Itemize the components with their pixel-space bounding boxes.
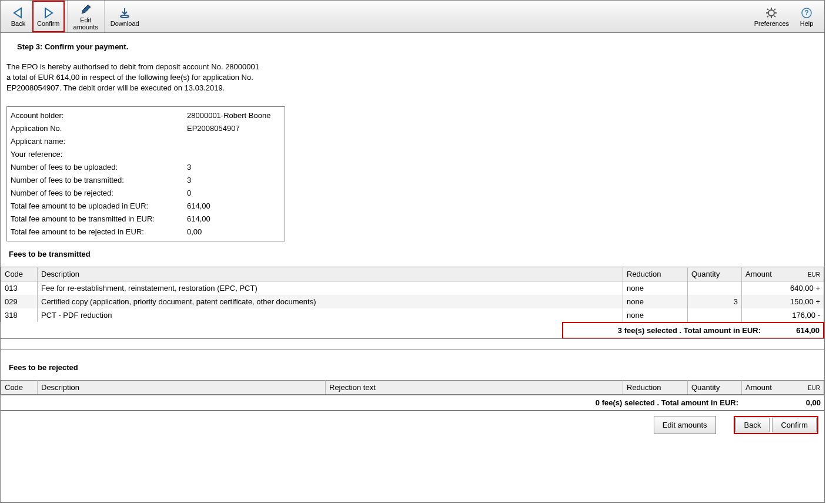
cell-desc: Certified copy (application, priority do… <box>38 295 623 308</box>
detail-value: 3 <box>187 161 191 174</box>
transmit-total-label: 3 fee(s) selected . Total amount in EUR: <box>567 326 773 335</box>
edit-amounts-footer-button[interactable]: Edit amounts <box>654 416 716 434</box>
svg-line-11 <box>767 16 768 17</box>
svg-line-8 <box>767 9 768 10</box>
preferences-button[interactable]: Preferences <box>751 1 792 32</box>
reject-title: Fees to be rejected <box>9 363 818 372</box>
table-header-row: Code Description Reduction Quantity Amou… <box>1 267 824 281</box>
step-title: Step 3: Confirm your payment. <box>17 42 818 51</box>
download-button[interactable]: Download <box>107 1 143 32</box>
cell-amount: 640,00 + <box>742 281 824 295</box>
col-amount: Amount EUR <box>742 267 824 281</box>
transmit-title: Fees to be transmitted <box>9 250 818 258</box>
detail-value: 614,00 <box>187 200 210 213</box>
detail-value: EP2008054907 <box>187 122 240 135</box>
detail-key: Number of fees to be transmitted: <box>11 174 187 187</box>
detail-key: Total fee amount to be transmitted in EU… <box>11 213 187 226</box>
detail-value: 28000001-Robert Boone <box>187 109 270 122</box>
cell-reduction: none <box>623 308 688 322</box>
footer-highlight: Back Confirm <box>734 416 818 434</box>
detail-value: 614,00 <box>187 213 210 226</box>
edit-amounts-label: Edit amounts <box>73 16 98 31</box>
arrow-right-icon <box>42 6 55 19</box>
transmit-table: Code Description Reduction Quantity Amou… <box>1 267 824 322</box>
details-box: Account holder:28000001-Robert Boone App… <box>6 106 285 241</box>
transmit-total-row: 3 fee(s) selected . Total amount in EUR:… <box>562 322 824 339</box>
confirm-footer-button[interactable]: Confirm <box>772 418 817 432</box>
cell-amount: 150,00 + <box>742 295 824 308</box>
svg-marker-1 <box>45 8 52 18</box>
edit-amounts-button[interactable]: Edit amounts <box>70 1 102 32</box>
svg-line-10 <box>774 9 775 10</box>
cell-amount: 176,00 - <box>742 308 824 322</box>
detail-key: Total fee amount to be rejected in EUR: <box>11 226 187 238</box>
detail-key: Number of fees to be rejected: <box>11 187 187 200</box>
confirm-button-toolbar[interactable]: Confirm <box>32 1 65 32</box>
reject-total-row: 0 fee(s) selected . Total amount in EUR:… <box>1 395 824 411</box>
back-button[interactable]: Back <box>4 1 32 32</box>
detail-value: 3 <box>187 174 191 187</box>
toolbar-group-edit: Edit amounts <box>68 1 105 32</box>
toolbar-group-prefs: Preferences ? Help <box>748 1 823 32</box>
toolbar: Back Confirm Edit amounts D <box>1 1 824 33</box>
detail-key: Your reference: <box>11 148 187 161</box>
help-icon: ? <box>801 6 812 19</box>
authorisation-text: The EPO is hereby authorised to debit fr… <box>6 62 818 93</box>
col-rejection-text: Rejection text <box>326 381 623 395</box>
help-button[interactable]: ? Help <box>792 1 821 32</box>
cell-qty <box>688 308 742 322</box>
toolbar-group-nav: Back Confirm <box>2 1 68 32</box>
svg-marker-0 <box>14 8 21 18</box>
svg-point-2 <box>121 15 129 18</box>
col-code: Code <box>1 381 38 395</box>
col-description: Description <box>38 267 623 281</box>
cell-code: 013 <box>1 281 38 295</box>
col-description: Description <box>38 381 326 395</box>
download-icon <box>119 6 131 19</box>
table-row: 029 Certified copy (application, priorit… <box>1 295 824 308</box>
back-label: Back <box>11 20 25 27</box>
cell-reduction: none <box>623 281 688 295</box>
preferences-label: Preferences <box>754 20 789 27</box>
col-reduction: Reduction <box>623 267 688 281</box>
col-reduction: Reduction <box>623 381 688 395</box>
cell-code: 029 <box>1 295 38 308</box>
col-quantity: Quantity <box>688 381 742 395</box>
reject-table: Code Description Rejection text Reductio… <box>1 380 824 395</box>
detail-key: Application No. <box>11 122 187 135</box>
detail-key: Account holder: <box>11 109 187 122</box>
svg-line-9 <box>774 16 775 17</box>
table-row: 318 PCT - PDF reduction none 176,00 - <box>1 308 824 322</box>
col-amount: Amount EUR <box>742 381 824 395</box>
detail-key: Applicant name: <box>11 135 187 148</box>
detail-key: Total fee amount to be uploaded in EUR: <box>11 200 187 213</box>
detail-value: 0,00 <box>187 226 202 238</box>
reject-total-label: 0 fee(s) selected . Total amount in EUR: <box>4 398 774 407</box>
pencil-icon <box>80 3 92 16</box>
cell-qty: 3 <box>688 295 742 308</box>
content-area: Step 3: Confirm your payment. The EPO is… <box>1 33 824 502</box>
cell-code: 318 <box>1 308 38 322</box>
cell-desc: Fee for re-establishment, reinstatement,… <box>38 281 623 295</box>
cell-qty <box>688 281 742 295</box>
col-code: Code <box>1 267 38 281</box>
toolbar-group-download: Download <box>105 1 145 32</box>
back-footer-button[interactable]: Back <box>735 418 770 432</box>
col-quantity: Quantity <box>688 267 742 281</box>
download-label: Download <box>111 20 139 27</box>
cell-desc: PCT - PDF reduction <box>38 308 623 322</box>
detail-value: 0 <box>187 187 191 200</box>
svg-point-3 <box>768 10 774 16</box>
footer-bar: Edit amounts Back Confirm <box>1 411 824 439</box>
reject-total-value: 0,00 <box>774 398 821 407</box>
gear-icon <box>765 6 777 19</box>
transmit-total-value: 614,00 <box>773 326 820 335</box>
detail-key: Number of fees to be uploaded: <box>11 161 187 174</box>
confirm-label: Confirm <box>37 20 60 27</box>
app-window: Back Confirm Edit amounts D <box>0 0 825 503</box>
help-label: Help <box>800 20 814 27</box>
table-header-row: Code Description Rejection text Reductio… <box>1 381 824 395</box>
table-row: 013 Fee for re-establishment, reinstatem… <box>1 281 824 295</box>
arrow-left-icon <box>12 6 25 19</box>
svg-text:?: ? <box>804 9 808 17</box>
